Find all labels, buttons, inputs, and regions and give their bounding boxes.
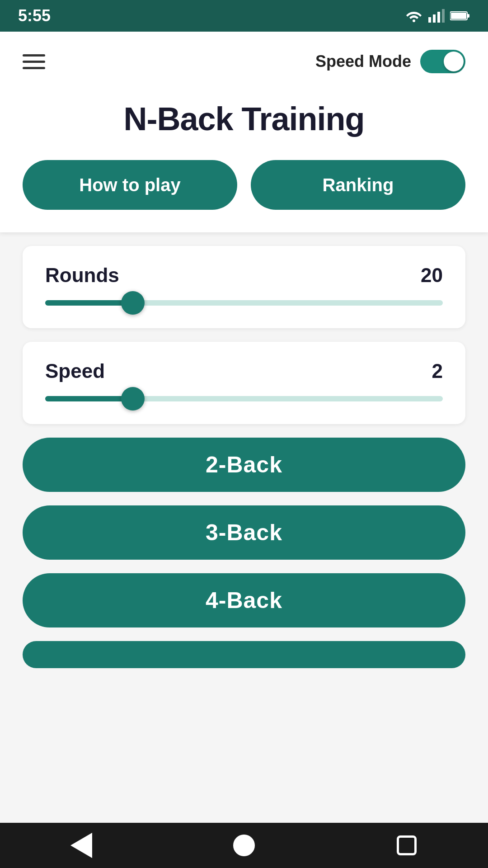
rounds-value: 20 xyxy=(421,264,443,287)
ranking-button[interactable]: Ranking xyxy=(251,160,465,210)
header-right: Speed Mode xyxy=(315,50,465,73)
rounds-label: Rounds xyxy=(45,264,119,287)
speed-tick-1 xyxy=(242,397,246,401)
rounds-slider-track[interactable] xyxy=(45,300,443,306)
rounds-tick-1 xyxy=(242,301,246,305)
status-bar: 5:55 xyxy=(0,0,488,32)
svg-rect-2 xyxy=(433,14,436,23)
bottom-nav xyxy=(0,823,488,868)
svg-rect-1 xyxy=(428,17,431,23)
speed-mode-toggle[interactable] xyxy=(420,50,465,73)
wifi-icon xyxy=(405,9,423,23)
signal-icon xyxy=(428,9,445,23)
rounds-tick-2 xyxy=(342,301,345,305)
main-content: Speed Mode N-Back Training How to play R… xyxy=(0,32,488,823)
svg-rect-6 xyxy=(451,13,466,19)
rounds-slider-thumb[interactable] xyxy=(121,291,145,315)
svg-rect-4 xyxy=(442,9,445,23)
how-to-play-button[interactable]: How to play xyxy=(23,160,237,210)
header: Speed Mode xyxy=(23,50,465,73)
battery-icon xyxy=(450,10,470,21)
nav-recents-button[interactable] xyxy=(389,827,425,863)
three-back-button[interactable]: 3-Back xyxy=(23,505,465,560)
speed-slider-track[interactable] xyxy=(45,396,443,401)
svg-rect-3 xyxy=(437,12,440,23)
hamburger-menu[interactable] xyxy=(23,54,45,69)
speed-slider-header: Speed 2 xyxy=(45,360,443,382)
back-icon xyxy=(70,833,92,858)
four-back-button[interactable]: 4-Back xyxy=(23,573,465,627)
hamburger-line-3 xyxy=(23,67,45,69)
nav-back-button[interactable] xyxy=(63,827,99,863)
speed-slider-thumb[interactable] xyxy=(121,387,145,410)
speed-slider-fill xyxy=(45,396,133,401)
game-buttons: 2-Back 3-Back 4-Back xyxy=(0,438,488,668)
svg-rect-7 xyxy=(467,14,469,18)
hamburger-line-2 xyxy=(23,61,45,63)
speed-label: Speed xyxy=(45,360,105,382)
top-buttons-row: How to play Ranking xyxy=(23,160,465,210)
top-card: Speed Mode N-Back Training How to play R… xyxy=(0,32,488,232)
status-icons xyxy=(405,9,470,23)
five-back-button-partial[interactable] xyxy=(23,641,465,668)
recents-icon xyxy=(397,835,417,855)
speed-mode-label: Speed Mode xyxy=(315,52,411,71)
rounds-slider-fill xyxy=(45,300,133,306)
svg-point-0 xyxy=(413,19,415,22)
rounds-slider-card: Rounds 20 xyxy=(23,246,465,328)
rounds-slider-header: Rounds 20 xyxy=(45,264,443,287)
app-title: N-Back Training xyxy=(23,100,465,137)
home-icon xyxy=(233,835,255,856)
status-time: 5:55 xyxy=(18,6,51,25)
speed-tick-2 xyxy=(342,397,345,401)
nav-home-button[interactable] xyxy=(226,827,262,863)
speed-value: 2 xyxy=(432,360,443,382)
sliders-section: Rounds 20 Speed 2 xyxy=(0,246,488,424)
speed-slider-card: Speed 2 xyxy=(23,342,465,424)
two-back-button[interactable]: 2-Back xyxy=(23,438,465,492)
hamburger-line-1 xyxy=(23,54,45,57)
